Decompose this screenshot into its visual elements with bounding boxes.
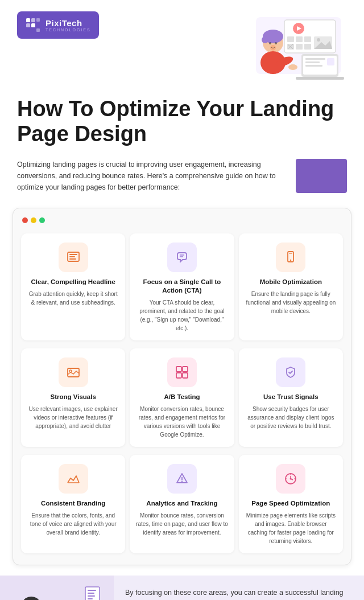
card-desc-7: Ensure that the colors, fonts, and tone … <box>27 511 119 537</box>
card-title-1: Clear, Compelling Headline <box>27 278 119 286</box>
card-desc-5: Monitor conversion rates, bounce rates, … <box>135 405 228 439</box>
svg-rect-26 <box>305 65 322 67</box>
cta-icon <box>175 250 189 265</box>
svg-rect-25 <box>305 61 320 63</box>
headline-icon <box>66 250 81 265</box>
dot-green <box>39 217 45 223</box>
logo-subtitle: TECHNOLOGIES <box>46 28 91 32</box>
logo-icon <box>25 17 41 33</box>
card-visuals: Strong Visuals Use relevant images, use … <box>21 348 125 447</box>
card-mobile: Mobile Optimization Ensure the landing p… <box>239 233 343 340</box>
card-title-9: Page Speed Optimization <box>245 499 337 508</box>
svg-rect-50 <box>176 373 181 378</box>
card-desc-3: Ensure the landing page is fully functio… <box>245 290 337 315</box>
card-desc-8: Monitor bounce rates, conversion rates, … <box>135 511 228 537</box>
dot-yellow <box>31 217 36 223</box>
dot-red <box>22 217 28 223</box>
svg-point-30 <box>262 36 268 43</box>
svg-rect-92 <box>88 598 93 599</box>
analytics-icon <box>175 471 189 486</box>
card-trust: Use Trust Signals Show security badges f… <box>239 348 343 447</box>
svg-point-36 <box>288 64 297 70</box>
title-section: How To Optimize Your Landing Page Design <box>0 91 364 155</box>
card-desc-6: Show security badges for user assurance … <box>245 405 337 430</box>
svg-rect-24 <box>305 58 325 60</box>
svg-rect-2 <box>26 23 30 27</box>
svg-rect-27 <box>327 58 334 65</box>
svg-rect-15 <box>304 44 311 50</box>
card-desc-1: Grab attention quickly, keep it short & … <box>27 290 119 307</box>
svg-rect-0 <box>26 18 30 22</box>
svg-rect-48 <box>176 367 181 372</box>
svg-rect-5 <box>36 28 40 32</box>
footer-svg <box>0 576 114 600</box>
card-title-2: Focus on a Single Call to Action (CTA) <box>135 278 228 295</box>
card-speed: Page Speed Optimization Minimize page el… <box>239 455 343 553</box>
card-icon-wrap-5 <box>167 357 197 387</box>
card-desc-2: Your CTA should be clear, prominent, and… <box>135 298 228 332</box>
card-headline: Clear, Compelling Headline Grab attentio… <box>21 233 125 340</box>
card-abtesting: A/B Testing Monitor conversion rates, bo… <box>130 348 234 447</box>
intro-section: Optimizing landing pages is crucial to i… <box>0 155 364 203</box>
page-title: How To Optimize Your Landing Page Design <box>17 97 347 146</box>
svg-point-33 <box>275 42 277 44</box>
branding-icon <box>66 471 81 486</box>
card-icon-wrap-1 <box>59 243 88 272</box>
svg-rect-3 <box>31 23 35 27</box>
svg-rect-10 <box>287 36 294 42</box>
svg-rect-46 <box>68 368 79 377</box>
logo-title: PixiTech <box>46 18 91 28</box>
svg-rect-23 <box>296 77 344 80</box>
card-title-6: Use Trust Signals <box>245 393 337 401</box>
svg-point-59 <box>290 478 292 480</box>
card-title-5: A/B Testing <box>135 393 228 401</box>
svg-point-19 <box>317 38 320 42</box>
svg-rect-14 <box>296 44 303 50</box>
svg-rect-40 <box>69 258 76 260</box>
trust-icon <box>283 365 298 380</box>
svg-rect-90 <box>88 593 94 594</box>
footer-illustration <box>0 576 114 600</box>
card-icon-wrap-7 <box>59 464 88 494</box>
card-icon-wrap-2 <box>167 243 197 272</box>
svg-rect-12 <box>304 36 311 42</box>
hero-illustration <box>222 11 347 85</box>
card-icon-wrap-6 <box>276 357 305 387</box>
card-title-3: Mobile Optimization <box>245 278 337 286</box>
svg-rect-11 <box>296 36 303 42</box>
abtesting-icon <box>175 365 189 380</box>
logo: PixiTech TECHNOLOGIES <box>17 11 99 39</box>
intro-text: Optimizing landing pages is crucial to i… <box>17 159 287 193</box>
card-title-4: Strong Visuals <box>27 393 119 401</box>
mobile-icon <box>283 250 298 265</box>
svg-rect-91 <box>88 595 95 597</box>
purple-block-deco <box>296 159 347 193</box>
card-desc-4: Use relevant images, use explainer video… <box>27 405 119 430</box>
card-branding: Consistent Branding Ensure that the colo… <box>21 455 125 553</box>
footer-main-text: By focusing on these core areas, you can… <box>125 587 353 600</box>
card-icon-wrap-9 <box>276 464 305 494</box>
visuals-icon <box>66 365 81 380</box>
card-cta: Focus on a Single Call to Action (CTA) Y… <box>130 233 234 340</box>
svg-point-32 <box>269 42 271 44</box>
browser-card: Clear, Compelling Headline Grab attentio… <box>13 208 351 565</box>
svg-rect-51 <box>183 373 188 378</box>
svg-rect-4 <box>36 18 40 22</box>
card-icon-wrap-3 <box>276 243 305 272</box>
svg-rect-49 <box>183 367 188 372</box>
hero-svg <box>222 11 347 85</box>
svg-point-55 <box>181 480 183 482</box>
card-desc-9: Minimize page elements like scripts and … <box>245 511 337 545</box>
card-title-8: Analytics and Tracking <box>135 499 228 508</box>
card-icon-wrap-4 <box>59 357 88 387</box>
svg-rect-1 <box>31 18 35 22</box>
card-icon-wrap-8 <box>167 464 197 494</box>
header: PixiTech TECHNOLOGIES <box>0 0 364 91</box>
svg-rect-38 <box>69 254 77 255</box>
svg-point-44 <box>290 260 291 261</box>
speed-icon <box>283 471 298 486</box>
card-title-7: Consistent Branding <box>27 499 119 508</box>
cards-grid: Clear, Compelling Headline Grab attentio… <box>19 233 345 553</box>
browser-dots <box>19 217 345 223</box>
card-analytics: Analytics and Tracking Monitor bounce ra… <box>130 455 234 553</box>
